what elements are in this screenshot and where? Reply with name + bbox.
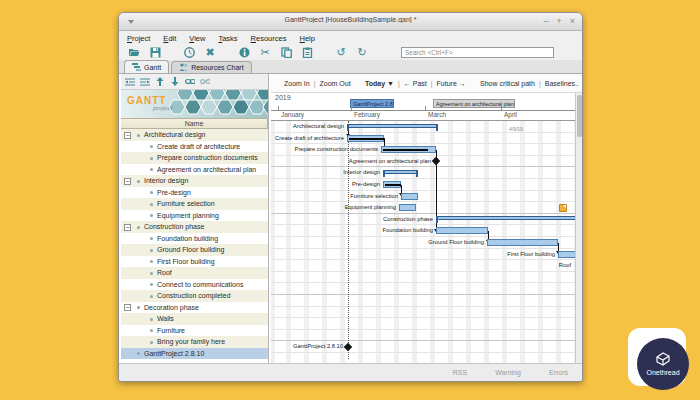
- tree-row-ground-floor-building[interactable]: Ground Floor building: [121, 244, 268, 256]
- month-label: February: [354, 111, 380, 118]
- outdent-icon[interactable]: [140, 77, 150, 86]
- status-warning[interactable]: Warning: [495, 369, 521, 376]
- chart-toolbar-past[interactable]: ← Past: [404, 80, 427, 87]
- tree-row-prepare-construction-documents[interactable]: Prepare construction documents: [121, 152, 268, 164]
- menu-view[interactable]: View: [189, 34, 205, 43]
- separator: |: [431, 80, 433, 87]
- chart-toolbar-baselines[interactable]: Baselines..: [545, 80, 579, 87]
- chart-vertical-scrollbar[interactable]: [575, 93, 582, 365]
- tree-row-create-draft-of-architecture[interactable]: Create draft of architecture: [121, 141, 268, 153]
- timeline-label-agreement-on-architectural-plan[interactable]: Agreement on architectural plan: [433, 99, 515, 108]
- gantt-summary-architectural-design[interactable]: [347, 124, 438, 128]
- gantt-bar-create-draft-of-architecture[interactable]: [347, 135, 384, 142]
- tree-row-walls[interactable]: Walls: [121, 313, 268, 325]
- search-input[interactable]: [401, 47, 554, 58]
- clock-icon[interactable]: [182, 46, 196, 59]
- tree-row-first-floor-building[interactable]: First Floor building: [121, 256, 268, 268]
- copy-icon[interactable]: [279, 46, 293, 59]
- tree-row-construction-phase[interactable]: Construction phase: [121, 221, 268, 233]
- gantt-bar-prepare-construction-documents[interactable]: [381, 146, 436, 153]
- toolbar-icons: ✖✂↺↻: [127, 46, 376, 59]
- tree-row-interior-design[interactable]: Interior design: [121, 175, 268, 187]
- grid-row: [271, 330, 575, 342]
- open-icon[interactable]: [127, 46, 141, 59]
- minimize-button[interactable]: –: [543, 15, 548, 28]
- chart-toolbar-show-critical-path[interactable]: Show critical path: [480, 80, 535, 87]
- window-menu-icon[interactable]: [128, 20, 134, 24]
- chart-toolbar-zoom-in[interactable]: Zoom In: [284, 80, 310, 87]
- undo-icon[interactable]: ↺: [334, 46, 348, 59]
- name-column-header[interactable]: Name: [121, 118, 268, 129]
- tab-resources-chart[interactable]: Resources Chart: [171, 61, 252, 73]
- tree-row-equipment-planning[interactable]: Equipment planning: [121, 210, 268, 222]
- tree-row-agreement-on-architectural-plan[interactable]: Agreement on architectural plan: [121, 164, 268, 176]
- tree-row-furniture-selection[interactable]: Furniture selection: [121, 198, 268, 210]
- status-rss[interactable]: RSS: [453, 369, 467, 376]
- onethread-badge: Onethread: [637, 338, 689, 390]
- menu-resources[interactable]: Resources: [251, 34, 287, 43]
- indent-icon[interactable]: [125, 77, 135, 86]
- collapse-expander-icon[interactable]: [124, 304, 131, 311]
- month-label: April: [504, 111, 517, 118]
- tab-gantt[interactable]: Gantt: [124, 60, 169, 73]
- tree-row-connect-to-communications[interactable]: Connect to communications: [121, 279, 268, 291]
- onethread-label: Onethread: [646, 369, 679, 376]
- unlink-icon[interactable]: [200, 77, 210, 86]
- gantt-bar-foundation-building[interactable]: [436, 227, 488, 234]
- tree-row-roof[interactable]: Roof: [121, 267, 268, 279]
- redo-icon[interactable]: ↻: [355, 46, 369, 59]
- tree-row-foundation-building[interactable]: Foundation building: [121, 233, 268, 245]
- gantt-bar-first-floor-building[interactable]: [558, 251, 575, 258]
- delete-icon[interactable]: ✖: [203, 46, 217, 59]
- gantt-bar-furniture-selection[interactable]: [401, 193, 418, 200]
- task-bullet-icon: [150, 272, 153, 275]
- bar-label: First Floor building: [271, 249, 555, 261]
- tree-row-decoration-phase[interactable]: Decoration phase: [121, 302, 268, 314]
- menu-edit[interactable]: Edit: [163, 34, 176, 43]
- chart-toolbar-future[interactable]: Future →: [437, 80, 466, 87]
- logo-subtext: project: [153, 104, 173, 112]
- month-tick: [278, 106, 279, 111]
- timeline-label-ganttproject-2-8-10[interactable]: GanttProject 2.8.10: [350, 99, 394, 108]
- window-controls: –+×: [543, 15, 575, 28]
- tree-row-architectural-design[interactable]: Architectural design: [121, 129, 268, 141]
- task-name: Architectural design: [144, 129, 205, 141]
- close-button[interactable]: ×: [570, 15, 575, 28]
- gantt-bar-equipment-planning[interactable]: [399, 204, 416, 211]
- move-up-icon[interactable]: [155, 77, 165, 86]
- month-label: March: [428, 111, 446, 118]
- move-down-icon[interactable]: [170, 77, 180, 86]
- status-errors[interactable]: Errors: [549, 369, 568, 376]
- titlebar[interactable]: GanttProject [HouseBuildingSample.gan] *…: [119, 13, 582, 31]
- gantt-bar-pre-design[interactable]: [383, 181, 401, 188]
- tree-row-construction-completed[interactable]: Construction completed: [121, 290, 268, 302]
- gantt-summary-construction-phase[interactable]: [436, 216, 575, 220]
- task-bullet-icon: [150, 237, 153, 240]
- paste-icon[interactable]: [300, 46, 314, 59]
- collapse-expander-icon[interactable]: [124, 132, 131, 139]
- tree-row-bring-your-family-here[interactable]: Bring your family here: [121, 336, 268, 348]
- task-bullet-icon: [137, 306, 140, 309]
- tree-row-ganttproject-2-8-10[interactable]: GanttProject 2.8.10: [121, 348, 268, 360]
- chart-toolbar-today[interactable]: Today ▼: [365, 80, 394, 87]
- menu-project[interactable]: Project: [127, 34, 150, 43]
- save-icon[interactable]: [148, 46, 162, 59]
- scrollbar-thumb[interactable]: [577, 95, 582, 137]
- tree-row-furniture[interactable]: Furniture: [121, 325, 268, 337]
- menu-tasks[interactable]: Tasks: [218, 34, 237, 43]
- gantt-bar-ground-floor-building[interactable]: [487, 239, 558, 246]
- task-note-icon[interactable]: [559, 204, 567, 212]
- cut-icon[interactable]: ✂: [258, 46, 272, 59]
- collapse-expander-icon[interactable]: [124, 224, 131, 231]
- tree-row-pre-design[interactable]: Pre-design: [121, 187, 268, 199]
- task-name: Foundation building: [157, 233, 218, 245]
- maximize-button[interactable]: +: [556, 15, 561, 28]
- menu-help[interactable]: Help: [299, 34, 314, 43]
- link-icon[interactable]: [185, 77, 195, 86]
- gantt-summary-interior-design[interactable]: [383, 170, 418, 174]
- info-icon[interactable]: [237, 46, 251, 59]
- separator: |: [398, 80, 400, 87]
- collapse-expander-icon[interactable]: [124, 178, 131, 185]
- task-bullet-icon: [137, 352, 140, 355]
- chart-toolbar-zoom-out[interactable]: Zoom Out: [320, 80, 351, 87]
